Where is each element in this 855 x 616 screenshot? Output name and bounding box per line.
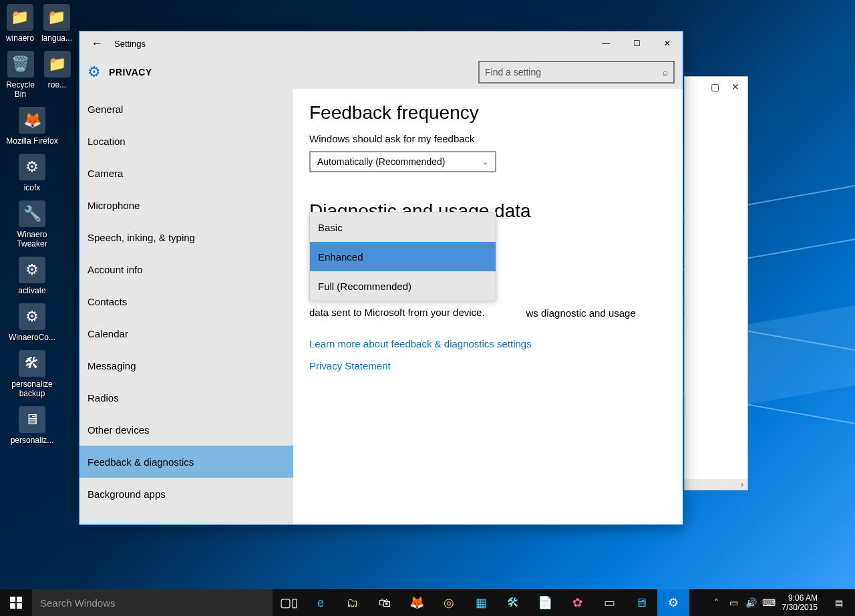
settings-window: ← Settings — ☐ ✕ ⚙ PRIVACY ⌕ GeneralLoca…	[79, 31, 683, 525]
taskbar-app-settings[interactable]: ⚙	[657, 589, 689, 616]
taskbar-app-grid[interactable]: ▦	[465, 589, 497, 616]
desktop-icon-personalize-backup[interactable]: 🛠 personalize backup	[5, 350, 59, 398]
sidebar-item-messaging[interactable]: Messaging	[79, 349, 293, 381]
window-title: Settings	[114, 39, 146, 49]
gear-icon: ⚙	[88, 63, 101, 81]
task-view-button[interactable]: ▢▯	[273, 589, 305, 616]
firefox-icon: 🦊	[19, 107, 45, 134]
action-center-button[interactable]: ▤	[827, 598, 851, 608]
taskbar: ▢▯ e 🗂 🛍 🦊 ◎ ▦ 🛠 📄 ✿ ▭ 🖥 ⚙ ˄ ▭ 🔊 ⌨ 9:06 …	[0, 589, 855, 616]
tray-overflow-button[interactable]: ˄	[710, 589, 723, 616]
gear-icon: ⚙	[665, 594, 682, 611]
taskbar-search[interactable]	[32, 589, 273, 616]
search-icon: ⌕	[663, 67, 668, 78]
store-icon: 🛍	[376, 594, 393, 611]
desktop-icon-winaeroco[interactable]: ⚙ WinaeroCo...	[5, 303, 59, 342]
sidebar-item-location[interactable]: Location	[79, 125, 293, 157]
tray-input-indicator[interactable]: ⌨	[762, 589, 776, 616]
start-button[interactable]	[0, 589, 32, 616]
settings-sidebar: GeneralLocationCameraMicrophoneSpeech, i…	[79, 89, 293, 524]
sidebar-item-other-devices[interactable]: Other devices	[79, 414, 293, 446]
sidebar-item-account-info[interactable]: Account info	[79, 253, 293, 285]
category-title: PRIVACY	[109, 67, 152, 78]
settings-content: Feedback frequency Windows should ask fo…	[293, 89, 683, 524]
sidebar-item-background-apps[interactable]: Background apps	[79, 478, 293, 510]
taskbar-app-pink[interactable]: ✿	[561, 589, 593, 616]
tray-network-icon[interactable]: ▭	[727, 589, 741, 616]
app-icon: 🛠	[19, 350, 45, 377]
desktop-icon-firefox[interactable]: 🦊 Mozilla Firefox	[5, 107, 59, 146]
monitor-icon: 🖥	[19, 406, 45, 433]
desktop-icon-activate[interactable]: ⚙ activate	[5, 257, 59, 295]
diagnostic-data-dropdown[interactable]: BasicEnhancedFull (Recommended)	[309, 212, 496, 301]
desktop-icon-winaero[interactable]: 📁 winaero	[5, 4, 35, 43]
close-icon[interactable]: ✕	[731, 82, 739, 92]
app-icon: ✿	[568, 594, 586, 611]
learn-more-link[interactable]: Learn more about feedback & diagnostics …	[309, 338, 667, 349]
desktop-icon-language[interactable]: 📁 langua...	[41, 4, 72, 43]
background-window[interactable]: ▢ ✕ ›	[684, 76, 748, 490]
sidebar-item-camera[interactable]: Camera	[79, 157, 293, 189]
diagnostic-desc-line2: data sent to Microsoft from your device.	[309, 305, 667, 319]
taskbar-app-edge[interactable]: e	[305, 589, 337, 616]
settings-titlebar[interactable]: ← Settings — ☐ ✕	[79, 31, 683, 55]
desktop-icon-winaero-tweaker[interactable]: 🔧 Winaero Tweaker	[5, 200, 59, 249]
taskbar-app-console[interactable]: ▭	[593, 589, 625, 616]
minimize-button[interactable]: —	[590, 31, 621, 55]
combo-value: Automatically (Recommended)	[317, 156, 445, 167]
taskbar-app-tools1[interactable]: 🛠	[497, 589, 529, 616]
taskbar-app-doc[interactable]: 📄	[529, 589, 561, 616]
maximize-button[interactable]: ☐	[621, 31, 652, 55]
maximize-icon[interactable]: ▢	[711, 82, 719, 92]
search-input[interactable]	[485, 67, 663, 78]
settings-search[interactable]: ⌕	[478, 61, 675, 84]
clock-date: 7/30/2015	[782, 603, 818, 612]
feedback-frequency-combo[interactable]: Automatically (Recommended) ⌄	[309, 151, 496, 172]
grid-icon: ▦	[472, 594, 490, 611]
dropdown-option-basic[interactable]: Basic	[310, 212, 496, 242]
chrome-icon: ◎	[440, 594, 458, 611]
scroll-right-icon[interactable]: ›	[737, 479, 747, 490]
tray-volume-icon[interactable]: 🔊	[745, 589, 758, 616]
task-view-icon: ▢▯	[280, 595, 298, 610]
sidebar-item-calendar[interactable]: Calendar	[79, 317, 293, 349]
background-window-body	[685, 97, 747, 479]
heading-feedback-frequency: Feedback frequency	[309, 102, 667, 124]
desktop-icon-icofx[interactable]: ⚙ icofx	[5, 154, 59, 192]
taskbar-app-firefox[interactable]: 🦊	[401, 589, 433, 616]
desktop-icon-recycle-bin[interactable]: 🗑️ Recycle Bin	[5, 51, 35, 99]
sidebar-item-speech-inking-typing[interactable]: Speech, inking, & typing	[79, 221, 293, 253]
system-tray: ˄ ▭ 🔊 ⌨ 9:06 AM 7/30/2015 ▤	[710, 589, 855, 616]
taskbar-clock[interactable]: 9:06 AM 7/30/2015	[780, 591, 823, 615]
sidebar-item-radios[interactable]: Radios	[79, 381, 293, 414]
dropdown-option-enhanced[interactable]: Enhanced	[310, 242, 496, 271]
sidebar-item-feedback-diagnostics[interactable]: Feedback & diagnostics	[79, 446, 293, 478]
firefox-icon: 🦊	[408, 594, 425, 611]
edge-icon: e	[312, 594, 329, 611]
back-button[interactable]: ←	[86, 33, 108, 54]
folder-icon: 📁	[43, 4, 70, 31]
windows-logo-icon	[10, 597, 22, 609]
document-icon: 📄	[536, 594, 554, 611]
tools-icon: 🛠	[504, 594, 522, 611]
sidebar-item-microphone[interactable]: Microphone	[79, 189, 293, 221]
monitor-icon: 🖥	[633, 594, 650, 611]
taskbar-app-store[interactable]: 🛍	[369, 589, 401, 616]
taskbar-app-monitor[interactable]: 🖥	[625, 589, 657, 616]
privacy-statement-link[interactable]: Privacy Statement	[309, 360, 667, 371]
taskbar-search-input[interactable]	[40, 597, 273, 609]
dropdown-option-full-recommended-[interactable]: Full (Recommended)	[310, 271, 496, 301]
horizontal-scrollbar[interactable]: ›	[685, 479, 747, 490]
folder-icon: 📁	[44, 51, 71, 78]
desktop-icon-roe[interactable]: 📁 roe...	[42, 51, 72, 99]
console-icon: ▭	[601, 594, 618, 611]
clock-time: 9:06 AM	[782, 593, 818, 603]
close-button[interactable]: ✕	[652, 31, 683, 55]
chevron-down-icon: ⌄	[482, 158, 488, 166]
taskbar-app-explorer[interactable]: 🗂	[337, 589, 369, 616]
file-explorer-icon: 🗂	[344, 594, 361, 611]
sidebar-item-general[interactable]: General	[79, 93, 293, 125]
taskbar-app-chrome[interactable]: ◎	[433, 589, 465, 616]
desktop-icon-personaliz[interactable]: 🖥 personaliz...	[5, 406, 59, 445]
sidebar-item-contacts[interactable]: Contacts	[79, 285, 293, 317]
